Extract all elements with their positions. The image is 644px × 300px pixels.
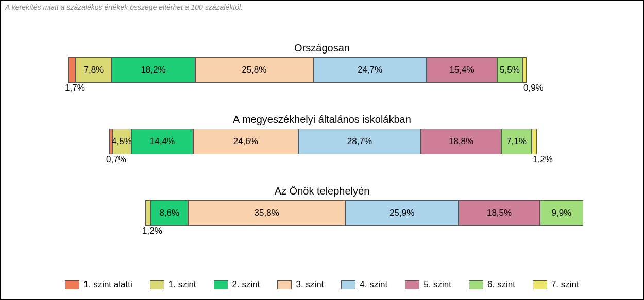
bar-segment bbox=[532, 129, 537, 154]
segment-label: 24,6% bbox=[233, 136, 258, 147]
bar-wrapper: 0,7%4,5%14,4%24,6%28,7%18,8%7,1%1,2% bbox=[1, 129, 643, 166]
bar-segment: 14,4% bbox=[131, 129, 193, 154]
bar-segment: 5,5% bbox=[497, 57, 522, 83]
bar-wrapper: 1,2%8,6%35,8%25,9%18,5%9,9% bbox=[1, 200, 643, 237]
legend-label: 1. szint bbox=[168, 279, 196, 290]
legend-item: 5. szint bbox=[405, 279, 451, 290]
legend-item: 6. szint bbox=[469, 279, 515, 290]
bar-segment: 25,8% bbox=[195, 57, 314, 83]
legend-item: 4. szint bbox=[341, 279, 387, 290]
bar-title: Országosan bbox=[1, 42, 643, 54]
legend-swatch bbox=[341, 280, 355, 289]
stacked-bar: 1,7%7,8%18,2%25,8%24,7%15,4%5,5%0,9% bbox=[68, 57, 527, 83]
stacked-bar: 0,7%4,5%14,4%24,6%28,7%18,8%7,1%1,2% bbox=[109, 129, 537, 154]
segment-label: 1,2% bbox=[142, 226, 162, 236]
bar-group: Az Önök telephelyén1,2%8,6%35,8%25,9%18,… bbox=[1, 185, 643, 237]
bar-segment: 18,5% bbox=[459, 200, 539, 226]
segment-label: 0,9% bbox=[523, 83, 544, 93]
legend-label: 1. szint alatti bbox=[83, 279, 132, 290]
segment-label: 4,5% bbox=[112, 136, 132, 147]
segment-label: 18,5% bbox=[487, 208, 512, 218]
segment-label: 28,7% bbox=[347, 136, 372, 147]
bar-title: Az Önök telephelyén bbox=[1, 185, 643, 197]
rounding-note: A kerekítés miatt a százalékos értékek ö… bbox=[5, 3, 243, 11]
bar-segment: 25,9% bbox=[345, 200, 459, 226]
legend-label: 2. szint bbox=[232, 279, 260, 290]
legend-item: 1. szint bbox=[150, 279, 196, 290]
segment-label: 1,2% bbox=[533, 154, 553, 165]
legend-label: 3. szint bbox=[296, 279, 324, 290]
segment-label: 35,8% bbox=[255, 208, 279, 218]
segment-label: 25,9% bbox=[389, 208, 414, 218]
segment-label: 8,6% bbox=[159, 208, 179, 218]
bar-segment: 7,1% bbox=[501, 129, 532, 154]
bar-segment: 35,8% bbox=[188, 200, 345, 226]
segment-label: 18,8% bbox=[449, 136, 473, 147]
legend-item: 7. szint bbox=[533, 279, 579, 290]
legend-label: 6. szint bbox=[487, 279, 515, 290]
legend-item: 2. szint bbox=[214, 279, 260, 290]
legend-item: 3. szint bbox=[277, 279, 324, 290]
segment-label: 14,4% bbox=[150, 136, 175, 147]
segment-label: 25,8% bbox=[242, 65, 266, 75]
legend-swatch bbox=[533, 280, 547, 289]
bar-wrapper: 1,7%7,8%18,2%25,8%24,7%15,4%5,5%0,9% bbox=[1, 57, 643, 94]
bar-group: A megyeszékhelyi általános iskolákban0,7… bbox=[1, 114, 643, 166]
chart-container: A kerekítés miatt a százalékos értékek ö… bbox=[0, 0, 644, 300]
bar-segment: 9,9% bbox=[540, 200, 583, 226]
legend-label: 5. szint bbox=[423, 279, 451, 290]
segment-label: 7,1% bbox=[506, 136, 527, 147]
segment-label: 1,7% bbox=[65, 83, 85, 93]
bar-title: A megyeszékhelyi általános iskolákban bbox=[1, 114, 643, 126]
bar-segment: 24,6% bbox=[193, 129, 298, 154]
segment-label: 18,2% bbox=[141, 65, 165, 75]
bar-segment bbox=[68, 57, 76, 83]
bar-segment: 4,5% bbox=[112, 129, 131, 154]
legend-label: 4. szint bbox=[360, 279, 387, 290]
bar-segment: 7,8% bbox=[76, 57, 111, 83]
legend-swatch bbox=[150, 280, 164, 289]
legend-swatch bbox=[214, 280, 228, 289]
bar-segment: 18,2% bbox=[112, 57, 195, 83]
bar-segment: 18,8% bbox=[421, 129, 501, 154]
bar-group: Országosan1,7%7,8%18,2%25,8%24,7%15,4%5,… bbox=[1, 42, 643, 94]
bar-segment: 15,4% bbox=[427, 57, 497, 83]
legend-swatch bbox=[405, 280, 419, 289]
bars-area: Országosan1,7%7,8%18,2%25,8%24,7%15,4%5,… bbox=[1, 42, 643, 257]
legend-swatch bbox=[65, 280, 79, 289]
bar-segment: 28,7% bbox=[298, 129, 421, 154]
bar-segment: 24,7% bbox=[313, 57, 427, 83]
segment-label: 5,5% bbox=[500, 65, 520, 75]
bar-segment bbox=[522, 57, 527, 83]
legend-item: 1. szint alatti bbox=[65, 279, 132, 290]
legend-label: 7. szint bbox=[551, 279, 579, 290]
bar-segment bbox=[145, 200, 150, 226]
stacked-bar: 1,2%8,6%35,8%25,9%18,5%9,9% bbox=[145, 200, 583, 226]
segment-label: 24,7% bbox=[358, 65, 382, 75]
segment-label: 9,9% bbox=[551, 208, 571, 218]
legend-swatch bbox=[469, 280, 483, 289]
legend-swatch bbox=[277, 280, 292, 289]
bar-segment: 8,6% bbox=[150, 200, 188, 226]
segment-label: 7,8% bbox=[83, 65, 104, 75]
legend: 1. szint alatti1. szint2. szint3. szint4… bbox=[1, 279, 643, 290]
segment-label: 15,4% bbox=[449, 65, 474, 75]
segment-label: 0,7% bbox=[106, 154, 126, 165]
